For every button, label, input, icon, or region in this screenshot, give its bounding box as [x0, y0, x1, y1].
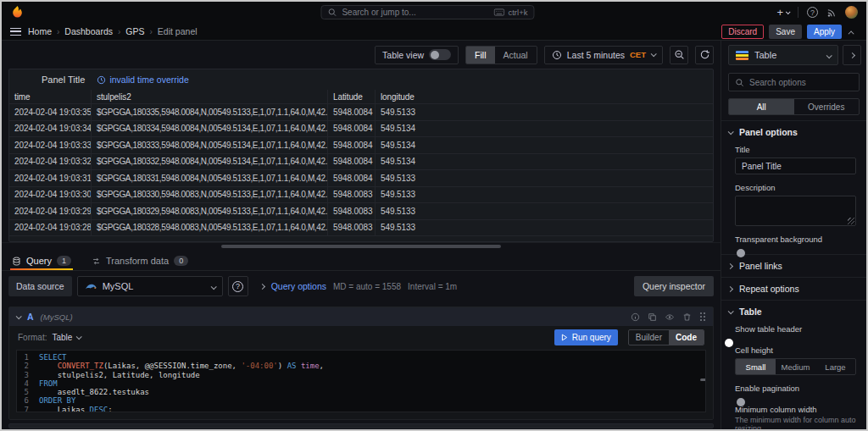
table-view-toggle[interactable] — [429, 49, 451, 60]
refresh-button[interactable] — [695, 46, 714, 64]
sql-line[interactable]: 3 stulpelis2, Latitude, longitude — [17, 371, 705, 379]
datasource-help-button[interactable]: ? — [228, 276, 248, 296]
save-button[interactable]: Save — [769, 25, 802, 39]
apply-button[interactable]: Apply — [807, 25, 842, 39]
section-table[interactable]: Table — [721, 300, 866, 323]
duplicate-query-icon[interactable] — [648, 312, 657, 322]
zoom-out-button[interactable] — [670, 46, 688, 64]
breadcrumb-gps[interactable]: GPS — [125, 26, 144, 36]
collapse-sidebar-button[interactable] — [843, 45, 861, 65]
hide-query-eye-icon[interactable] — [665, 312, 675, 322]
query-options-toggle[interactable]: Query options MD = auto = 1558 Interval … — [260, 281, 458, 291]
query-tabs: Query 1 Transform data 0 — [2, 250, 721, 271]
editor-resize-handle[interactable] — [700, 379, 706, 381]
column-header-stulpelis2[interactable]: stulpelis2 — [92, 90, 328, 104]
panel-title-input[interactable] — [735, 157, 856, 174]
chevron-right-icon — [259, 283, 265, 289]
collapse-options-icon[interactable] — [847, 26, 858, 36]
format-select[interactable]: Table — [52, 333, 81, 342]
breadcrumb-separator: › — [57, 27, 59, 36]
fill-option[interactable]: Fill — [466, 47, 494, 64]
run-query-button[interactable]: Run query — [554, 329, 618, 345]
menu-hamburger-icon[interactable] — [10, 28, 21, 36]
title-label: Title — [735, 145, 856, 154]
cell-height-group: Small Medium Large — [735, 358, 856, 375]
tab-overrides[interactable]: Overrides — [794, 99, 860, 114]
news-rss-icon[interactable] — [826, 8, 837, 18]
sql-line[interactable]: 5 asedlt_8622.testukas — [17, 388, 705, 396]
user-avatar[interactable] — [845, 6, 858, 19]
line-number: 1 — [17, 353, 39, 362]
sql-editor[interactable]: 1SELECT2 CONVERT_TZ(Laikas, @@SESSION.ti… — [16, 350, 706, 412]
panel-header[interactable]: Panel Title invalid time override — [9, 69, 713, 90]
table-cell: 2024-02-04 19:03:33 — [9, 137, 92, 154]
grafana-logo-icon[interactable] — [10, 5, 25, 19]
table-cell: 2024-02-04 19:03:30 — [9, 187, 92, 204]
sql-token: , — [320, 362, 324, 370]
breadcrumb-home[interactable]: Home — [28, 26, 52, 36]
table-viz-icon — [736, 51, 748, 60]
delete-query-trash-icon[interactable] — [682, 312, 692, 322]
section-panel-links[interactable]: Panel links — [721, 254, 866, 277]
breadcrumb-dashboards[interactable]: Dashboards — [64, 26, 113, 36]
sql-line[interactable]: 4FROM — [17, 379, 705, 388]
description-textarea[interactable] — [735, 196, 856, 226]
sql-token: stulpelis2, Latitude, longitude — [39, 371, 200, 379]
splitter-drag-handle[interactable] — [221, 245, 501, 248]
global-search[interactable]: ctrl+k — [320, 5, 534, 19]
sql-line[interactable]: 2 CONVERT_TZ(Laikas, @@SESSION.time_zone… — [17, 362, 705, 370]
options-search-input[interactable] — [749, 78, 853, 87]
cell-height-medium[interactable]: Medium — [776, 359, 815, 374]
table-view-toggle-group[interactable]: Table view — [375, 46, 459, 64]
sql-token: (Laikas, @@SESSION.time_zone, — [103, 362, 242, 370]
viz-picker-row: Table — [721, 41, 866, 69]
sql-line[interactable]: 1SELECT — [17, 353, 705, 362]
table-cell: 2024-02-04 19:03:32 — [9, 154, 92, 171]
cell-height-large[interactable]: Large — [815, 359, 855, 374]
column-header-latitude[interactable]: Latitude — [328, 90, 376, 104]
sql-token — [39, 362, 58, 370]
sql-line[interactable]: 6ORDER BY — [17, 396, 705, 405]
sql-line[interactable]: 7 Laikas DESC; — [17, 406, 705, 412]
code-option[interactable]: Code — [669, 330, 704, 345]
drag-grip-icon[interactable] — [699, 312, 706, 322]
add-menu-button[interactable]: + — [776, 6, 789, 19]
builder-code-group: Builder Code — [628, 329, 704, 345]
section-panel-options[interactable]: Panel options — [721, 120, 866, 143]
table-cell: $GPGGA,180329,5948.0083,N,00549.5133,E,1… — [92, 203, 328, 220]
shortcut-hint: ctrl+k — [493, 8, 527, 17]
cell-height-small[interactable]: Small — [736, 359, 776, 374]
search-input[interactable] — [342, 8, 488, 17]
help-icon[interactable]: ? — [807, 7, 818, 18]
pane-splitter — [2, 242, 721, 250]
show-header-label: Show table header — [735, 324, 856, 334]
table-cell: 2024-02-04 19:03:34 — [9, 121, 92, 138]
actual-option[interactable]: Actual — [495, 47, 537, 64]
table-cell: 5948.0084 — [328, 121, 376, 138]
clock-icon — [97, 75, 106, 85]
section-repeat-options[interactable]: Repeat options — [721, 277, 866, 300]
tab-all[interactable]: All — [729, 99, 794, 114]
tab-transform-data[interactable]: Transform data 0 — [90, 256, 190, 270]
field-cell-height: Cell height Small Medium Large — [721, 344, 866, 382]
editor-height-drag-bar[interactable] — [8, 423, 714, 428]
collapse-query-icon[interactable] — [16, 313, 22, 319]
time-override-warning[interactable]: invalid time override — [97, 75, 188, 85]
info-circle-icon[interactable] — [631, 312, 640, 322]
sql-token: FROM — [39, 379, 58, 388]
table-cell: 549.5133 — [376, 203, 713, 220]
datasource-select[interactable]: MySQL — [77, 276, 223, 296]
table-cell: 5948.0084 — [328, 170, 376, 187]
query-row-header[interactable]: A (MySQL) — [9, 307, 713, 326]
query-toolbar: Data source MySQL ? Query options MD = a… — [2, 271, 721, 300]
column-header-time[interactable]: time — [9, 90, 92, 104]
visualization-select[interactable]: Table — [728, 45, 838, 65]
builder-option[interactable]: Builder — [629, 330, 669, 345]
options-search[interactable] — [728, 73, 860, 91]
column-header-longitude[interactable]: longitude — [376, 90, 713, 104]
tab-query[interactable]: Query 1 — [10, 256, 73, 270]
query-inspector-button[interactable]: Query inspector — [634, 276, 714, 296]
table-row: 2024-02-04 19:03:31$GPGGA,180331,5948.00… — [9, 170, 713, 187]
discard-button[interactable]: Discard — [721, 25, 764, 39]
time-range-picker[interactable]: Last 5 minutes CET — [544, 46, 663, 64]
